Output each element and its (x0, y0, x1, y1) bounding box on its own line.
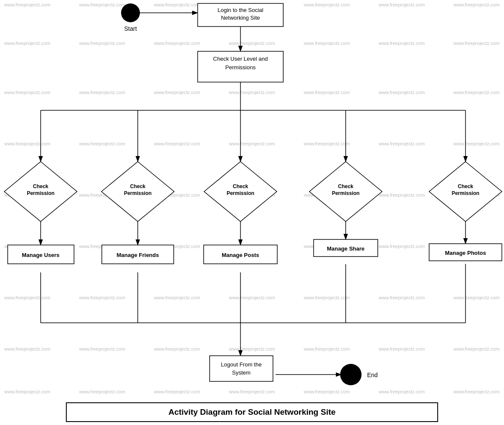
check-perm-3-text-1: Check (233, 183, 248, 189)
svg-text:www.freeprojectz.com: www.freeprojectz.com (154, 389, 200, 394)
svg-text:www.freeprojectz.com: www.freeprojectz.com (154, 346, 200, 351)
svg-text:www.freeprojectz.com: www.freeprojectz.com (378, 2, 425, 7)
svg-text:www.freeprojectz.com: www.freeprojectz.com (154, 90, 200, 95)
svg-text:www.freeprojectz.com: www.freeprojectz.com (228, 295, 275, 300)
manage-friends-text: Manage Friends (117, 252, 159, 258)
svg-text:www.freeprojectz.com: www.freeprojectz.com (79, 141, 125, 146)
svg-text:www.freeprojectz.com: www.freeprojectz.com (228, 141, 275, 146)
svg-text:www.freeprojectz.com: www.freeprojectz.com (154, 2, 200, 7)
login-text-2: Networking Site (221, 15, 260, 21)
svg-text:www.freeprojectz.com: www.freeprojectz.com (378, 346, 425, 351)
diagram-title: Activity Diagram for Social Networking S… (169, 407, 336, 416)
svg-text:www.freeprojectz.com: www.freeprojectz.com (79, 389, 125, 394)
svg-text:www.freeprojectz.com: www.freeprojectz.com (4, 346, 50, 351)
svg-text:www.freeprojectz.com: www.freeprojectz.com (453, 141, 500, 146)
svg-text:www.freeprojectz.com: www.freeprojectz.com (4, 90, 50, 95)
svg-text:www.freeprojectz.com: www.freeprojectz.com (79, 41, 125, 46)
svg-text:www.freeprojectz.com: www.freeprojectz.com (4, 295, 50, 300)
start-node (121, 3, 140, 22)
svg-text:www.freeprojectz.com: www.freeprojectz.com (4, 389, 50, 394)
logout-box (210, 356, 273, 381)
svg-text:www.freeprojectz.com: www.freeprojectz.com (154, 295, 200, 300)
svg-text:www.freeprojectz.com: www.freeprojectz.com (378, 295, 425, 300)
svg-text:www.freeprojectz.com: www.freeprojectz.com (378, 192, 425, 198)
check-perm-1-text-1: Check (33, 183, 48, 189)
svg-text:www.freeprojectz.com: www.freeprojectz.com (303, 295, 350, 300)
manage-share-text: Manage Share (327, 245, 365, 252)
login-text-1: Login to the Social (218, 7, 264, 13)
check-perm-5-text-2: Permission (452, 190, 480, 196)
svg-text:www.freeprojectz.com: www.freeprojectz.com (303, 346, 350, 351)
start-label: Start (124, 25, 137, 32)
manage-photos-text: Manage Photos (445, 250, 486, 256)
svg-text:www.freeprojectz.com: www.freeprojectz.com (378, 41, 425, 46)
svg-text:www.freeprojectz.com: www.freeprojectz.com (228, 90, 275, 95)
svg-text:www.freeprojectz.com: www.freeprojectz.com (79, 346, 125, 351)
diagram-svg: www.freeprojectz.com www.freeprojectz.co… (0, 0, 504, 425)
check-perm-4-text-1: Check (338, 183, 353, 189)
svg-text:www.freeprojectz.com: www.freeprojectz.com (228, 41, 275, 46)
check-perm-3-text-2: Permission (227, 190, 255, 196)
svg-text:www.freeprojectz.com: www.freeprojectz.com (303, 41, 350, 46)
svg-text:www.freeprojectz.com: www.freeprojectz.com (4, 2, 50, 7)
svg-text:www.freeprojectz.com: www.freeprojectz.com (303, 389, 350, 394)
check-perm-4-text-2: Permission (332, 190, 360, 196)
svg-text:www.freeprojectz.com: www.freeprojectz.com (303, 90, 350, 95)
svg-text:www.freeprojectz.com: www.freeprojectz.com (4, 41, 50, 46)
svg-text:www.freeprojectz.com: www.freeprojectz.com (154, 141, 200, 146)
svg-text:www.freeprojectz.com: www.freeprojectz.com (228, 346, 275, 351)
check-perm-2-text-1: Check (130, 183, 145, 189)
svg-text:www.freeprojectz.com: www.freeprojectz.com (378, 244, 425, 249)
svg-text:www.freeprojectz.com: www.freeprojectz.com (453, 41, 500, 46)
svg-text:www.freeprojectz.com: www.freeprojectz.com (4, 141, 50, 146)
manage-users-text: Manage Users (22, 252, 59, 258)
svg-text:www.freeprojectz.com: www.freeprojectz.com (453, 295, 500, 300)
svg-text:www.freeprojectz.com: www.freeprojectz.com (154, 41, 200, 46)
svg-text:www.freeprojectz.com: www.freeprojectz.com (228, 389, 275, 394)
end-label: End (367, 372, 378, 378)
check-perm-1-text-2: Permission (27, 190, 55, 196)
svg-text:www.freeprojectz.com: www.freeprojectz.com (79, 295, 125, 300)
svg-text:www.freeprojectz.com: www.freeprojectz.com (303, 141, 350, 146)
logout-text-1: Logout From the (221, 361, 261, 368)
check-perm-2-text-2: Permission (124, 190, 152, 196)
svg-text:www.freeprojectz.com: www.freeprojectz.com (378, 141, 425, 146)
logout-text-2: System (232, 369, 250, 376)
svg-text:www.freeprojectz.com: www.freeprojectz.com (453, 346, 500, 351)
svg-text:www.freeprojectz.com: www.freeprojectz.com (453, 389, 500, 394)
check-user-text-2: Permissions (225, 64, 256, 71)
manage-posts-text: Manage Posts (222, 252, 259, 258)
svg-text:www.freeprojectz.com: www.freeprojectz.com (453, 2, 500, 7)
svg-text:www.freeprojectz.com: www.freeprojectz.com (303, 2, 350, 7)
svg-text:www.freeprojectz.com: www.freeprojectz.com (378, 90, 425, 95)
svg-text:www.freeprojectz.com: www.freeprojectz.com (453, 90, 500, 95)
svg-text:www.freeprojectz.com: www.freeprojectz.com (79, 2, 125, 7)
svg-text:www.freeprojectz.com: www.freeprojectz.com (378, 389, 425, 394)
check-perm-5-text-1: Check (458, 183, 473, 189)
svg-text:www.freeprojectz.com: www.freeprojectz.com (79, 90, 125, 95)
end-node (340, 364, 362, 385)
check-user-text-1: Check User Level and (213, 56, 268, 62)
